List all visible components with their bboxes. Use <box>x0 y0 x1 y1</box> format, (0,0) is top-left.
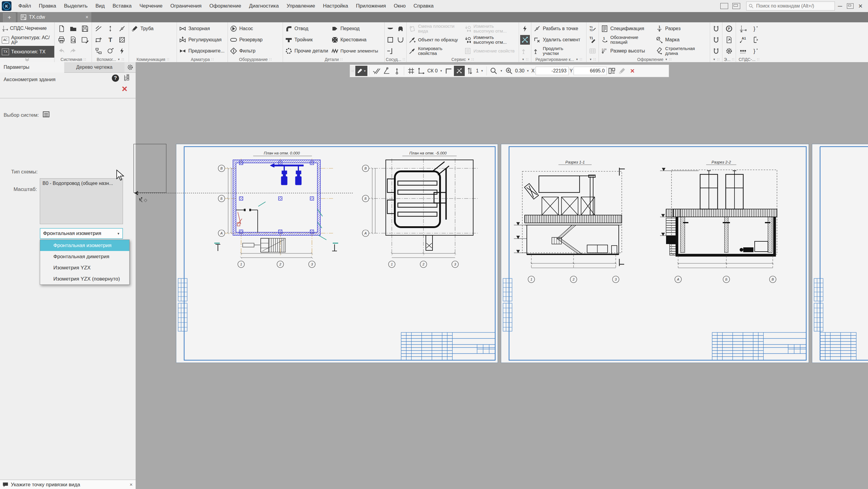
systems-listbox[interactable]: В0 - Водопровод (общее назн... <box>40 178 123 224</box>
valve-control-button[interactable]: Регулирующая <box>178 36 227 44</box>
layer-value[interactable]: 1 <box>476 68 478 74</box>
aux-diagram-button[interactable] <box>93 47 104 55</box>
elbow-button[interactable]: Отвод <box>284 25 330 32</box>
modes-collapse-chevron[interactable] <box>0 58 54 61</box>
valve-shutoff-button[interactable]: Запорная <box>178 25 227 32</box>
element-settings-button[interactable] <box>723 47 735 55</box>
open-document-button[interactable] <box>67 25 79 32</box>
new-document-button[interactable] <box>56 25 67 32</box>
aux-split-button[interactable] <box>116 25 128 32</box>
print-button[interactable] <box>56 36 67 44</box>
position-marks-button[interactable]: Обозначение позиций <box>599 35 654 45</box>
spds-axis-grid-button[interactable] <box>737 25 749 32</box>
menu-diagnostics[interactable]: Диагностика <box>245 0 283 12</box>
delete-segment-button[interactable]: Удалить сегмент <box>532 36 586 44</box>
toolbar-grip[interactable]: ∷ <box>350 66 355 76</box>
spds-dots-button[interactable] <box>737 47 749 55</box>
spds-brace-button[interactable] <box>749 47 761 55</box>
menu-management[interactable]: Управление <box>283 0 319 12</box>
height-dimension-button[interactable]: Размер высоты <box>599 47 654 55</box>
tree-structure-icon[interactable] <box>123 74 131 82</box>
mode-technology[interactable]: ТХ Технология: ТХ <box>0 46 54 58</box>
new-document-tab-button[interactable]: + <box>3 13 16 22</box>
aux-select-circle-button[interactable] <box>104 47 116 55</box>
save-as-button[interactable] <box>79 36 91 44</box>
plan-view-elev-0[interactable]: План на отм. 0.000 <box>214 151 338 267</box>
dropdown-option-frontal-isometry[interactable]: Фронтальная изометрия <box>40 240 129 251</box>
plan-view-elev-minus5[interactable]: План на отм. -5.000 <box>362 151 478 267</box>
dropdown-option-isometry-yzx-rotated[interactable]: Изометрия YZX (повернуто) <box>40 273 129 285</box>
scheme-type-combo[interactable]: Фронтальная изометрия ▼ <box>40 228 123 239</box>
app-logo-icon[interactable]: K <box>2 1 11 11</box>
menu-window[interactable]: Окно <box>390 0 410 12</box>
menu-help[interactable]: Справка <box>410 0 438 12</box>
interrupt-command-icon[interactable]: × <box>630 67 634 75</box>
status-close-icon[interactable]: × <box>130 482 133 488</box>
spds-leader-button[interactable] <box>737 36 749 44</box>
edit-segments-button-active[interactable] <box>520 35 530 45</box>
ortho-corner-icon[interactable] <box>445 67 453 75</box>
change-view-plane-button[interactable]: Смена плоскости вида <box>407 24 463 33</box>
aux-quick-dim-button[interactable] <box>116 47 128 55</box>
reducer-button[interactable]: Переход <box>330 25 384 32</box>
section-view-2-2[interactable]: Разрез 2-2 <box>660 160 777 283</box>
section-button[interactable]: Разрез <box>654 25 709 32</box>
undo-button[interactable] <box>56 47 67 55</box>
vessel-tank-button[interactable] <box>396 25 406 32</box>
system-item[interactable]: В0 - Водопровод (общее назн... <box>42 181 113 186</box>
dropdown-option-isometry-yzx[interactable]: Изометрия YZX <box>40 262 129 273</box>
tab-drawing-tree[interactable]: Дерево чертежа <box>64 62 124 73</box>
snap-angle-icon[interactable] <box>383 67 391 75</box>
change-elevation-disabled-button[interactable]: Изменить высотную отм... <box>463 24 518 33</box>
restore-button[interactable] <box>845 1 855 11</box>
vessel-nozzle-button[interactable] <box>385 47 396 55</box>
layout-split-icon[interactable] <box>733 3 740 9</box>
riser-view-button[interactable] <box>711 47 721 55</box>
snap-parallel-icon[interactable] <box>373 67 380 75</box>
save-button[interactable] <box>79 25 91 32</box>
edit-designation-button[interactable] <box>587 25 598 32</box>
close-button[interactable]: × <box>855 1 866 11</box>
zoom-value[interactable]: 0.30 <box>515 68 524 74</box>
object-by-sample-button[interactable]: Объект по образцу <box>407 36 463 44</box>
snap-point-icon[interactable] <box>393 67 401 75</box>
mark-button[interactable]: Марка <box>654 36 709 44</box>
filter-button[interactable]: Фильтр <box>228 47 282 55</box>
menu-draw[interactable]: Черчение <box>135 0 167 12</box>
mode-spds[interactable]: СПДС.Черчение <box>0 22 54 34</box>
preview-button[interactable] <box>67 36 79 44</box>
pipe-button[interactable]: Труба <box>130 25 176 32</box>
grid-icon[interactable] <box>407 67 415 75</box>
aux-hatch-button[interactable] <box>116 36 128 44</box>
element-document-button[interactable] <box>723 36 735 44</box>
vessel-open-button[interactable] <box>396 36 406 44</box>
menu-annotation[interactable]: Оформление <box>206 0 245 12</box>
valve-safety-button[interactable]: Предохраните... <box>178 47 227 55</box>
menu-select[interactable]: Выделить <box>60 0 91 12</box>
tank-button[interactable]: Резервуар <box>228 36 282 44</box>
coordinate-system-value[interactable]: СК 0 <box>427 68 438 74</box>
minimize-button[interactable]: ─ <box>835 1 845 11</box>
building-length-button[interactable]: Строительная длина <box>654 46 709 56</box>
drawing-sheet-3[interactable] <box>812 144 868 363</box>
specification-button[interactable]: Спецификация <box>599 25 654 32</box>
menu-view[interactable]: Вид <box>92 0 109 12</box>
help-icon[interactable] <box>112 74 119 82</box>
redo-button[interactable] <box>67 47 79 55</box>
pump-button[interactable]: Насос <box>228 25 282 32</box>
cancel-command-button[interactable]: × <box>122 84 127 93</box>
cs-dropdown-caret[interactable]: ▼ <box>440 69 442 73</box>
snap-crossing-button-active[interactable] <box>454 66 465 76</box>
document-tab-close-icon[interactable]: × <box>86 15 88 20</box>
dropdown-option-frontal-dimetry[interactable]: Фронтальная диметрия <box>40 251 129 262</box>
assign-designation-button[interactable] <box>587 36 598 44</box>
panel-settings-button[interactable] <box>124 62 135 73</box>
section-view-1-1[interactable]: Разрез 1-1 <box>514 160 625 283</box>
riser-add-button[interactable] <box>711 25 721 32</box>
designation-table-button[interactable] <box>587 47 598 55</box>
copy-properties-button[interactable]: Копировать свойства <box>407 46 463 56</box>
spds-bracket-button[interactable] <box>749 36 761 44</box>
menu-edit[interactable]: Правка <box>35 0 60 12</box>
document-tab-active[interactable]: TX.cdw × <box>18 12 91 22</box>
drawing-sheet-2[interactable]: Разрез 1-1 <box>501 144 809 363</box>
